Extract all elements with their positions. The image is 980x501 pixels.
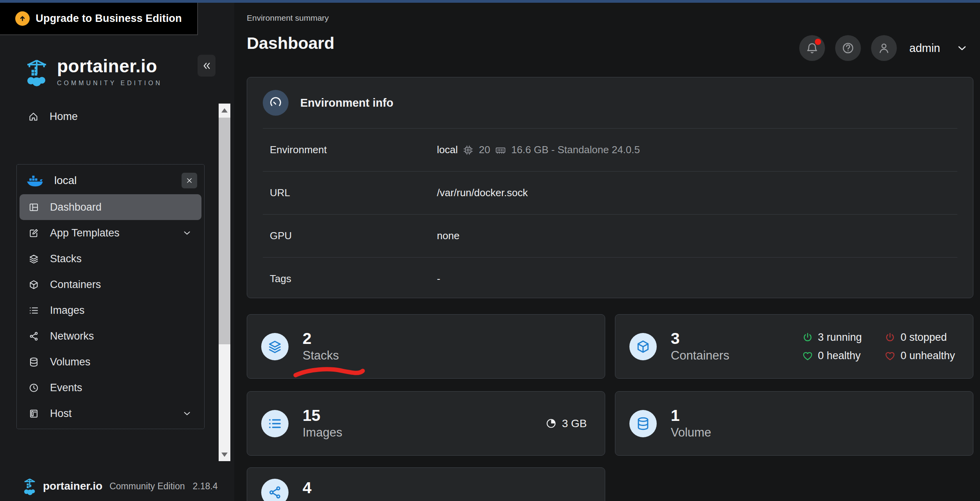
sidebar-item-networks[interactable]: Networks [20, 323, 201, 349]
sidebar-item-label: Events [50, 382, 201, 394]
images-label: Images [303, 425, 342, 440]
header-actions: admin [799, 35, 968, 61]
networks-count: 4 [303, 479, 312, 497]
stacks-count: 2 [303, 329, 339, 348]
list-icon [261, 410, 289, 437]
environment-name-value: local [437, 144, 458, 156]
sidebar-item-containers[interactable]: Containers [20, 272, 201, 297]
chevrons-left-icon [201, 61, 212, 71]
sidebar-item-home[interactable]: Home [16, 104, 205, 129]
database-icon [629, 410, 657, 437]
env-row-tags: Tags - [263, 257, 957, 300]
list-icon [29, 305, 39, 316]
notifications-button[interactable] [799, 35, 825, 61]
memory-icon [495, 144, 506, 156]
page-title: Dashboard [247, 34, 335, 53]
sidebar-item-events[interactable]: Events [20, 375, 201, 401]
env-row-value: /var/run/docker.sock [437, 187, 528, 199]
layers-icon [29, 254, 39, 264]
cpu-count: 20 [479, 144, 490, 156]
environment-info-title: Environment info [300, 97, 393, 109]
scrollbar-up-arrow[interactable] [219, 104, 230, 117]
scrollbar-down-arrow[interactable] [219, 448, 230, 461]
sidebar-item-dashboard[interactable]: Dashboard [20, 194, 201, 220]
volumes-label: Volume [671, 425, 711, 440]
env-row-label: GPU [270, 230, 437, 242]
sidebar-item-label: App Templates [50, 227, 171, 239]
sidebar-item-images[interactable]: Images [20, 297, 201, 323]
environment-selector[interactable]: local [17, 167, 204, 194]
dashboard-icon [29, 202, 39, 213]
sidebar-item-label: Volumes [50, 356, 201, 368]
sidebar-item-label: Dashboard [50, 201, 201, 213]
healthy-stat: 0 healthy [802, 350, 862, 362]
images-card[interactable]: 15 Images 3 GB [247, 391, 605, 456]
brand-name: portainer.io [57, 57, 162, 75]
stopped-stat: 0 stopped [884, 331, 955, 344]
help-button[interactable] [835, 35, 861, 61]
portainer-app: Upgrade to Business Edition portainer.io… [0, 0, 980, 501]
sidebar-item-host[interactable]: Host [20, 401, 201, 426]
healthy-text: 0 healthy [818, 350, 861, 362]
footer-edition: Community Edition [109, 481, 185, 492]
containers-card[interactable]: 3 Containers 3 running 0 stopped 0 healt… [615, 314, 973, 379]
share-nodes-icon [29, 331, 39, 342]
environment-name: local [54, 174, 172, 187]
volumes-card[interactable]: 1 Volume [615, 391, 973, 456]
heart-icon [884, 350, 896, 361]
environment-section: local Dashboard App Templates Stacks [16, 164, 205, 429]
docker-whale-icon [25, 173, 45, 188]
breadcrumb: Environment summary [247, 13, 329, 23]
images-size-text: 3 GB [562, 417, 587, 430]
sidebar-item-label: Host [50, 408, 171, 420]
networks-card[interactable]: 4 [247, 467, 605, 501]
stacks-label: Stacks [303, 348, 339, 363]
containers-label: Containers [671, 348, 729, 363]
environment-info-header: Environment info [247, 77, 973, 128]
env-row-label: URL [270, 187, 437, 199]
images-size: 3 GB [545, 417, 605, 430]
user-avatar-button[interactable] [871, 35, 897, 61]
sidebar-collapse-button[interactable] [198, 55, 216, 77]
power-icon [802, 332, 813, 343]
clock-icon [29, 383, 39, 393]
username[interactable]: admin [909, 42, 940, 55]
chevron-down-icon[interactable] [182, 408, 192, 419]
portainer-crane-icon [24, 57, 49, 87]
sidebar-item-stacks[interactable]: Stacks [20, 246, 201, 272]
cpu-icon [462, 144, 474, 156]
main-content: Environment summary Dashboard admin Env [234, 0, 980, 501]
unhealthy-text: 0 unhealthy [900, 350, 955, 362]
person-icon [877, 41, 891, 55]
stacks-card[interactable]: 2 Stacks [247, 314, 605, 379]
circle-up-arrow-icon [15, 11, 30, 26]
env-row-label: Environment [270, 144, 437, 156]
env-row-value: - [437, 273, 440, 285]
footer-brand: portainer.io [43, 480, 102, 492]
upgrade-banner[interactable]: Upgrade to Business Edition [0, 3, 198, 35]
home-icon [28, 111, 39, 122]
sidebar-item-label: Stacks [50, 253, 201, 265]
sidebar-item-label: Home [50, 111, 78, 123]
sidebar-item-volumes[interactable]: Volumes [20, 349, 201, 375]
host-server-icon [29, 408, 39, 419]
chevron-down-icon[interactable] [182, 228, 192, 238]
running-text: 3 running [818, 331, 862, 344]
database-icon [29, 357, 39, 367]
scrollbar-thumb[interactable] [219, 118, 230, 344]
close-environment-button[interactable] [182, 173, 197, 188]
triangle-down-icon [221, 453, 228, 457]
close-icon [185, 177, 193, 184]
memory-spec: 16.6 GB - Standalone 24.0.5 [511, 144, 640, 156]
layers-icon [261, 333, 289, 360]
triangle-up-icon [221, 108, 228, 113]
env-row-value: local 20 16.6 GB - Standalone 24.0.5 [437, 144, 640, 156]
running-stat: 3 running [802, 331, 862, 344]
user-menu-chevron-icon[interactable] [956, 42, 968, 54]
brand-edition: COMMUNITY EDITION [57, 80, 162, 87]
sidebar: Upgrade to Business Edition portainer.io… [0, 0, 234, 501]
sidebar-item-label: Images [50, 304, 201, 317]
sidebar-scrollbar[interactable] [219, 104, 230, 461]
env-row-gpu: GPU none [263, 214, 957, 257]
sidebar-item-app-templates[interactable]: App Templates [20, 220, 201, 246]
